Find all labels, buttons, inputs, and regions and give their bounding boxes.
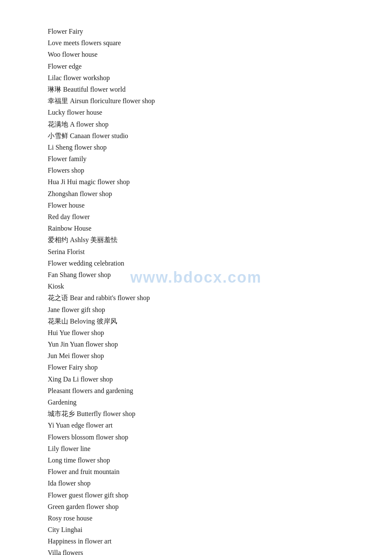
- flower-shop-list: Flower FairyLove meets flowers squareWoo…: [48, 26, 344, 555]
- list-item: 琳琳 Beautiful flower world: [48, 84, 344, 95]
- list-item: Hui Yue flower shop: [48, 327, 344, 338]
- list-item: Lily flower line: [48, 443, 344, 454]
- list-item: Kiosk: [48, 280, 344, 292]
- list-item: Xing Da Li flower shop: [48, 373, 344, 385]
- list-item: Fan Shang flower shop: [48, 269, 344, 280]
- list-item: 花果山 Beloving 彼岸风: [48, 315, 344, 327]
- list-item: Yun Jin Yuan flower shop: [48, 338, 344, 350]
- list-item: Flower edge: [48, 61, 344, 72]
- list-item: Rainbow House: [48, 223, 344, 234]
- list-item: 幸福里 Airsun floriculture flower shop: [48, 95, 344, 107]
- list-item: Flower house: [48, 199, 344, 211]
- list-item: Li Sheng flower shop: [48, 142, 344, 153]
- list-item: Jun Mei flower shop: [48, 350, 344, 361]
- list-item: Hua Ji Hui magic flower shop: [48, 176, 344, 188]
- list-item: Flower and fruit mountain: [48, 466, 344, 477]
- list-item: Happiness in flower art: [48, 535, 344, 547]
- list-item: Love meets flowers square: [48, 37, 344, 49]
- list-item: Ida flower shop: [48, 477, 344, 489]
- list-item: Flower wedding celebration: [48, 257, 344, 269]
- list-item: 爱相约 Ashlsy 美丽羞怯: [48, 234, 344, 246]
- list-item: Flower Fairy shop: [48, 361, 344, 373]
- list-item: Lucky flower house: [48, 107, 344, 118]
- list-item: Flower family: [48, 153, 344, 165]
- list-item: 城市花乡 Butterfly flower shop: [48, 408, 344, 419]
- list-item: 小雪鲜 Canaan flower studio: [48, 130, 344, 142]
- list-item: Red day flower: [48, 211, 344, 223]
- list-item: 花满地 A flower shop: [48, 119, 344, 130]
- list-item: Long time flower shop: [48, 454, 344, 466]
- list-item: Flower guest flower gift shop: [48, 489, 344, 501]
- list-item: Green garden flower shop: [48, 501, 344, 512]
- list-item: Flower Fairy: [48, 26, 344, 37]
- list-item: Flowers shop: [48, 165, 344, 176]
- list-item: Gardening: [48, 396, 344, 408]
- list-item: City Linghai: [48, 524, 344, 535]
- list-item: 花之语 Bear and rabbit's flower shop: [48, 292, 344, 304]
- list-item: Woo flower house: [48, 49, 344, 60]
- list-item: Flowers blossom flower shop: [48, 431, 344, 443]
- list-item: Zhongshan flower shop: [48, 188, 344, 199]
- list-item: Serina Florist: [48, 246, 344, 257]
- list-item: Pleasant flowers and gardening: [48, 385, 344, 396]
- list-item: Villa flowers: [48, 547, 344, 555]
- list-item: Jane flower gift shop: [48, 304, 344, 315]
- list-item: Lilac flower workshop: [48, 72, 344, 84]
- list-item: Rosy rose house: [48, 512, 344, 524]
- list-item: Yi Yuan edge flower art: [48, 419, 344, 431]
